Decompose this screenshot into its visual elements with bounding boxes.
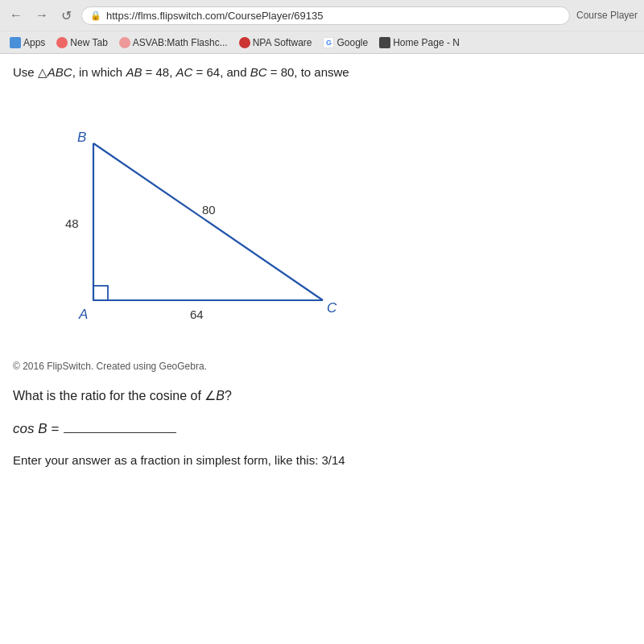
home-icon bbox=[379, 37, 390, 48]
svg-text:48: 48 bbox=[65, 217, 79, 230]
top-right-label: Course Player bbox=[576, 10, 638, 21]
bookmark-google-label: Google bbox=[336, 37, 368, 48]
svg-line-2 bbox=[93, 143, 323, 300]
problem-statement: Use △ABC, in which AB = 48, AC = 64, and… bbox=[13, 64, 631, 82]
bookmark-newtab-label: New Tab bbox=[70, 37, 107, 48]
question-text: What is the ratio for the cosine of ∠B? bbox=[13, 386, 631, 406]
bookmark-asvab[interactable]: ASVAB:Math Flashc... bbox=[116, 36, 231, 49]
refresh-button[interactable]: ↺ bbox=[58, 6, 75, 25]
bookmark-asvab-label: ASVAB:Math Flashc... bbox=[133, 37, 228, 48]
asvab-icon bbox=[119, 37, 130, 48]
svg-text:80: 80 bbox=[202, 203, 216, 217]
svg-text:64: 64 bbox=[190, 308, 204, 321]
bookmark-newtab[interactable]: New Tab bbox=[53, 36, 110, 49]
bookmark-home-label: Home Page - N bbox=[393, 37, 460, 48]
triangle-svg: B A C 48 64 80 bbox=[29, 95, 351, 345]
triangle-diagram: B A C 48 64 80 bbox=[29, 95, 335, 353]
url-text: https://flms.flipswitch.com/CoursePlayer… bbox=[106, 10, 324, 22]
forward-button[interactable]: → bbox=[32, 6, 52, 24]
cos-equation-line: cos B = bbox=[13, 417, 631, 437]
cos-label: cos B = bbox=[13, 421, 59, 437]
back-button[interactable]: ← bbox=[6, 6, 26, 24]
svg-text:A: A bbox=[78, 307, 88, 322]
cos-answer-blank[interactable] bbox=[64, 417, 176, 433]
browser-chrome: ← → ↺ 🔒 https://flms.flipswitch.com/Cour… bbox=[0, 0, 644, 54]
answer-hint: Enter your answer as a fraction in simpl… bbox=[13, 452, 631, 470]
npa-icon bbox=[239, 37, 250, 48]
bookmark-npa-label: NPA Software bbox=[253, 37, 312, 48]
bookmark-home[interactable]: Home Page - N bbox=[376, 36, 463, 49]
google-icon: G bbox=[323, 37, 334, 48]
copyright-text: © 2016 FlipSwitch. Created using GeoGebr… bbox=[13, 361, 631, 372]
bookmark-apps[interactable]: Apps bbox=[6, 36, 48, 49]
newtab-icon bbox=[56, 37, 68, 48]
bookmark-google[interactable]: G Google bbox=[320, 36, 371, 49]
svg-text:C: C bbox=[327, 300, 337, 316]
apps-icon bbox=[10, 37, 21, 48]
page-content: Use △ABC, in which AB = 48, AC = 64, and… bbox=[0, 54, 644, 644]
bookmark-npa[interactable]: NPA Software bbox=[236, 36, 316, 49]
svg-rect-3 bbox=[93, 286, 108, 300]
bookmark-apps-label: Apps bbox=[23, 37, 45, 48]
nav-bar: ← → ↺ 🔒 https://flms.flipswitch.com/Cour… bbox=[0, 0, 644, 31]
address-bar[interactable]: 🔒 https://flms.flipswitch.com/CoursePlay… bbox=[81, 6, 570, 25]
lock-icon: 🔒 bbox=[90, 10, 101, 21]
svg-text:B: B bbox=[77, 130, 86, 145]
bookmarks-bar: Apps New Tab ASVAB:Math Flashc... NPA So… bbox=[0, 31, 644, 53]
